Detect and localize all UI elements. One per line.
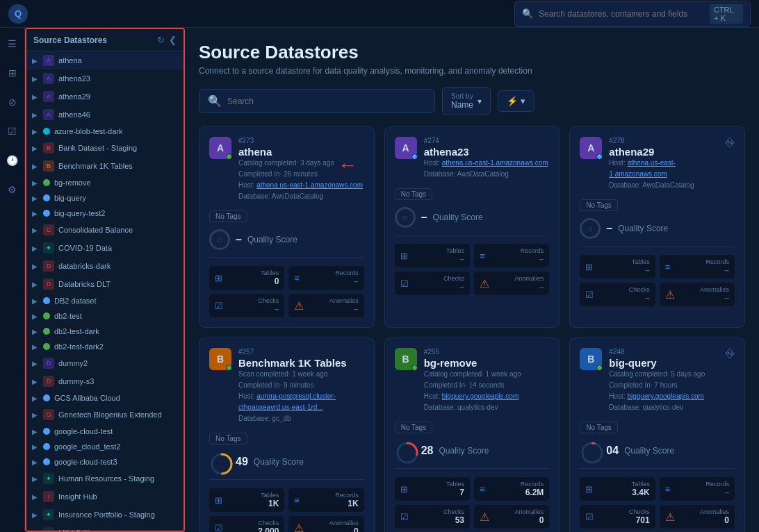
keyboard-shortcut: CTRL + K	[710, 4, 743, 24]
no-tags-badge[interactable]: No Tags	[395, 422, 433, 433]
no-tags-badge[interactable]: No Tags	[580, 422, 618, 433]
card-quality: ○ – Quality Score	[395, 207, 550, 235]
no-tags-badge[interactable]: No Tags	[209, 433, 247, 444]
sidebar-item-athena[interactable]: ▶ A athena	[26, 51, 183, 69]
chevron-icon: ▶	[32, 394, 39, 402]
sidebar-item-db2-dataset[interactable]: ▶ DB2 dataset	[26, 293, 183, 308]
records-value: –	[521, 254, 544, 264]
sidebar-item-bank-dataset---staging[interactable]: ▶ B Bank Dataset - Staging	[26, 139, 183, 157]
sidebar-icon-settings[interactable]: ⚙	[3, 181, 22, 199]
card-icon-wrap: B	[395, 348, 417, 370]
tables-stat: ⊞ Tables 7	[395, 477, 470, 501]
card-id: #273	[238, 137, 364, 144]
tree-item-label: db2-test-dark2	[54, 342, 104, 351]
datastore-card-benchmark-1k-tables[interactable]: B #257 Benchmark 1K Tables Scan complete…	[199, 338, 375, 532]
datastore-card-athena29[interactable]: A #278 athena29 Host: athena.us-east-1.a…	[569, 126, 745, 328]
datastore-card-athena23[interactable]: A #274 athena23 Host: athena.us-east-1.a…	[384, 126, 560, 328]
sidebar-item-dummy2[interactable]: ▶ D dummy2	[26, 354, 183, 372]
collapse-icon[interactable]: ❮	[169, 35, 177, 45]
anomalies-stat: ⚠ Anomalies 0	[660, 505, 735, 529]
datastore-card-big-query[interactable]: B #248 big-query Catalog completed· 5 da…	[569, 338, 745, 532]
topology-icon[interactable]: ⛗	[725, 348, 735, 359]
sidebar-item-insight-hub[interactable]: ▶ I Insight Hub	[26, 488, 183, 506]
tables-info: Tables –	[446, 247, 464, 264]
anomalies-info: Anomalies 0	[329, 519, 359, 532]
sidebar-item-covid-19-data[interactable]: ▶ ✦ COVID-19 Data	[26, 239, 183, 257]
card-icon-wrap: B	[580, 348, 602, 370]
checks-info: Checks 2,000	[258, 519, 279, 532]
checks-info: Checks –	[258, 297, 279, 314]
sidebar-icon-home[interactable]: ⊞	[3, 64, 22, 82]
filter-button[interactable]: ⚡ ▾	[498, 90, 534, 112]
datastore-card-athena[interactable]: A #273 athena Catalog completed· 3 days …	[199, 126, 375, 328]
sidebar-item-azure-blob-test-dark[interactable]: ▶ azure-blob-test-dark	[26, 124, 183, 139]
no-tags-badge[interactable]: No Tags	[580, 199, 618, 211]
sidebar-item-google-cloud-test3[interactable]: ▶ google-cloud-test3	[26, 454, 183, 469]
checks-value: 53	[443, 515, 464, 525]
datastore-search-bar[interactable]: 🔍	[199, 89, 435, 113]
sidebar-item-insurance-portfolio---staging[interactable]: ▶ ✦ Insurance Portfolio - Staging	[26, 506, 183, 524]
sidebar-item-bg-remove[interactable]: ▶ bg-remove	[26, 175, 183, 190]
sidebar-item-databricks-dark[interactable]: ▶ D databricks-dark	[26, 257, 183, 275]
card-name: athena	[238, 146, 364, 158]
topology-icon[interactable]: ⛗	[725, 137, 735, 148]
anomalies-value: –	[329, 304, 359, 314]
global-search-bar[interactable]: 🔍 CTRL + K	[514, 1, 751, 27]
records-icon: ≡	[665, 262, 671, 272]
datastore-search-input[interactable]	[227, 97, 426, 106]
sidebar-icon-menu[interactable]: ☰	[3, 35, 22, 53]
anomalies-info: Anomalies –	[700, 286, 729, 303]
tree-item-label: Consolidated Balance	[58, 226, 133, 234]
sidebar-item-google-cloud-test[interactable]: ▶ google-cloud-test	[26, 424, 183, 439]
datastore-card-bg-remove[interactable]: B #255 bg-remove Catalog completed· 1 we…	[384, 338, 560, 532]
sidebar-item-db2-test-dark[interactable]: ▶ db2-test-dark	[26, 324, 183, 339]
sidebar-item-big-query-test2[interactable]: ▶ big-query-test2	[26, 206, 183, 221]
sidebar-item-human-resources---staging[interactable]: ▶ ✦ Human Resources - Staging	[26, 469, 183, 488]
sidebar-item-athena29[interactable]: ▶ A athena29	[26, 88, 183, 106]
tree-header-actions: ↻ ❮	[157, 35, 177, 45]
card-name: big-query	[609, 357, 718, 369]
sidebar-item-databricks-dlt[interactable]: ▶ D Databricks DLT	[26, 275, 183, 293]
records-stat: ≡ Records –	[660, 255, 735, 279]
sidebar-item-dummy-s3[interactable]: ▶ D dummy-s3	[26, 372, 183, 390]
sidebar-item-consolidated-balance[interactable]: ▶ C Consolidated Balance	[26, 221, 183, 239]
checks-icon: ☑	[215, 301, 223, 311]
app-logo[interactable]: Q	[8, 4, 28, 24]
sidebar-icon-clock[interactable]: 🕐	[3, 151, 22, 169]
status-dot	[411, 153, 418, 160]
status-dot	[596, 365, 603, 371]
sort-button[interactable]: Sort by Name ▾	[442, 87, 491, 115]
checks-info: Checks –	[629, 286, 650, 303]
anomalies-warning-icon: ⚠	[294, 299, 304, 313]
sidebar-item-mimic-iii[interactable]: ▶ ✦ MIMIC III	[26, 524, 183, 532]
tables-label: Tables	[446, 481, 464, 488]
checks-icon: ☑	[585, 512, 594, 522]
chevron-icon: ▶	[32, 75, 39, 83]
sidebar-item-big-query[interactable]: ▶ big-query	[26, 190, 183, 206]
no-tags-badge[interactable]: No Tags	[209, 210, 247, 222]
card-meta: Catalog completed· 1 week agoCompleted I…	[424, 369, 550, 413]
sidebar-item-benchmark-1k-tables[interactable]: ▶ B Benchmark 1K Tables	[26, 157, 183, 175]
chevron-icon: ▶	[32, 163, 39, 170]
sidebar-item-db2-test[interactable]: ▶ db2-test	[26, 308, 183, 324]
refresh-icon[interactable]: ↻	[157, 35, 165, 45]
checks-stat: ☑ Checks –	[209, 294, 284, 317]
tables-icon: ⊞	[400, 484, 408, 494]
sidebar-item-gcs-alibaba-cloud[interactable]: ▶ GCS Alibaba Cloud	[26, 390, 183, 406]
records-label: Records	[521, 481, 544, 488]
sidebar-icon-forbidden[interactable]: ⊘	[3, 93, 22, 111]
sidebar-item-google_cloud_test2[interactable]: ▶ google_cloud_test2	[26, 439, 183, 454]
card-meta: Catalog completed· 5 days agoCompleted I…	[609, 369, 718, 413]
chevron-icon: ▶	[32, 313, 39, 320]
sidebar-icon-check[interactable]: ☑	[3, 122, 22, 140]
no-tags-badge[interactable]: No Tags	[395, 188, 433, 200]
sidebar-item-genetech-blogenius-extended[interactable]: ▶ G Genetech Blogenius Extended	[26, 406, 183, 424]
checks-value: –	[258, 304, 279, 314]
tree-item-label: azure-blob-test-dark	[54, 127, 122, 135]
sidebar-item-db2-test-dark2[interactable]: ▶ db2-test-dark2	[26, 339, 183, 354]
sidebar-item-athena23[interactable]: ▶ A athena23	[26, 69, 183, 88]
sidebar-item-athena46[interactable]: ▶ A athena46	[26, 106, 183, 124]
card-tags: No Tags	[209, 209, 364, 222]
tables-icon: ⊞	[215, 273, 222, 283]
global-search-input[interactable]	[539, 9, 704, 19]
